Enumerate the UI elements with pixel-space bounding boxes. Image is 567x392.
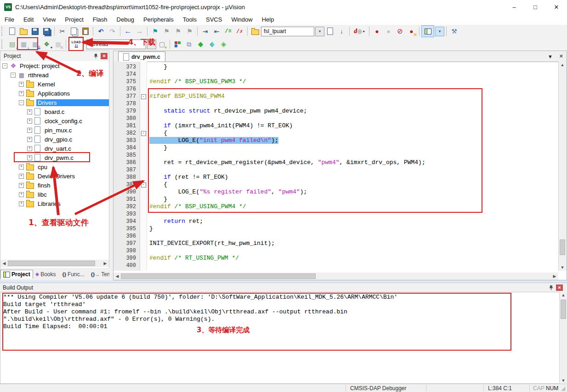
disable-all-breakpoints-icon[interactable]: ⊘ — [394, 26, 406, 37]
tree-item-project-project[interactable]: -❖Project: project — [0, 61, 109, 70]
paste-icon[interactable] — [79, 26, 91, 37]
insert-breakpoint-icon[interactable]: ● — [371, 26, 383, 37]
expand-icon[interactable]: + — [27, 155, 32, 160]
close-panel-icon[interactable]: ✕ — [101, 53, 108, 59]
fold-collapse-icon[interactable]: - — [141, 182, 146, 187]
download-button[interactable]: LOAD ⇊ — [69, 38, 84, 51]
code-line[interactable]: return ret; — [149, 218, 558, 225]
indent-left-icon[interactable]: ⇤ — [211, 26, 222, 37]
rebuild-all-icon[interactable]: ▦⇊ — [29, 39, 41, 50]
editor-horizontal-scrollbar[interactable]: ◀ ▶ — [113, 273, 558, 280]
translate-file-icon[interactable]: ▤↓ — [6, 39, 18, 50]
tree-item-drv-pwm-c[interactable]: +drv_pwm.c — [0, 153, 109, 162]
code-line[interactable] — [149, 166, 558, 174]
tab-list-dropdown-icon[interactable]: ▼ — [548, 54, 553, 59]
code-line[interactable]: if (ret != RT_EOK) — [149, 174, 558, 181]
tree-item-board-c[interactable]: +board.c — [0, 107, 109, 116]
code-line[interactable] — [149, 247, 558, 255]
new-file-icon[interactable] — [6, 26, 18, 37]
code-line[interactable]: LOG_E("%s register failed", "pwm4"); — [149, 188, 558, 196]
code-line[interactable]: static struct rt_device_pwm pwm4_device; — [149, 108, 558, 115]
books-window-icon[interactable]: ⧉ — [183, 39, 195, 50]
scroll-left-icon[interactable]: ◀ — [0, 260, 8, 267]
code-line[interactable]: #endif /* BSP_USING_PWM3 */ — [149, 78, 558, 85]
tree-item-drivers[interactable]: -Drivers — [0, 98, 109, 107]
project-tree[interactable]: -❖Project: project-▦rtthread+Kernel+Appl… — [0, 61, 109, 260]
tree-item-clock-config-c[interactable]: +clock_config.c — [0, 116, 109, 125]
redo-icon[interactable]: ↷ — [107, 26, 118, 37]
expand-icon[interactable]: + — [19, 82, 24, 87]
collapse-icon[interactable]: - — [19, 100, 24, 105]
expand-icon[interactable]: + — [19, 91, 24, 96]
code-line[interactable]: { — [149, 181, 558, 188]
code-line[interactable]: } — [149, 225, 558, 233]
code-line[interactable] — [149, 262, 558, 269]
pack-installer-icon[interactable]: ◈ — [218, 39, 229, 50]
manage-rte-icon[interactable]: ◆ — [195, 39, 206, 50]
maximize-button[interactable]: □ — [525, 0, 546, 14]
manage-project-items-icon[interactable] — [172, 39, 183, 50]
tree-item-drv-gpio-c[interactable]: +drv_gpio.c — [0, 135, 109, 144]
expand-icon[interactable]: + — [19, 192, 24, 197]
prev-bookmark-icon[interactable]: ⚑ — [161, 26, 172, 37]
scrollbar-thumb[interactable] — [8, 261, 95, 266]
undo-icon[interactable]: ↶ — [95, 26, 107, 37]
code-line[interactable] — [149, 233, 558, 240]
batch-build-icon[interactable]: ❖▾ — [41, 39, 52, 50]
menu-peripherals[interactable]: Peripherals — [139, 14, 178, 25]
code-line[interactable] — [149, 100, 558, 108]
menu-flash[interactable]: Flash — [88, 14, 112, 25]
menu-view[interactable]: View — [38, 14, 60, 25]
code-area[interactable]: 3733743753763773783793803813823833843853… — [113, 62, 558, 271]
expand-icon[interactable]: + — [19, 165, 24, 170]
toggle-bookmark-icon[interactable]: ⚑ — [149, 26, 161, 37]
search-combobox[interactable]: fsl_lpuart — [261, 27, 314, 36]
code-line[interactable]: } — [149, 144, 558, 152]
toolbar-grip[interactable] — [1, 40, 5, 49]
scroll-up-icon[interactable]: ▲ — [560, 292, 567, 298]
code-line[interactable] — [149, 210, 558, 218]
expand-icon[interactable]: + — [27, 109, 32, 114]
options-for-target-icon[interactable]: ▢✦ — [156, 39, 168, 50]
minimize-button[interactable]: – — [504, 0, 525, 14]
uncomment-selection-icon[interactable]: /✗ — [234, 26, 245, 37]
configure-tools-icon[interactable]: ⚒ — [448, 26, 460, 37]
expand-icon[interactable]: + — [27, 128, 32, 133]
code-line[interactable]: } — [149, 63, 558, 71]
expand-icon[interactable]: + — [19, 183, 24, 188]
editor-vertical-scrollbar[interactable]: ▲ ▼ — [558, 62, 567, 271]
comment-selection-icon[interactable]: /≡ — [222, 26, 234, 37]
close-document-icon[interactable]: ✕ — [559, 53, 563, 59]
toolbar-grip[interactable] — [1, 27, 5, 36]
code-line[interactable]: #endif /* BSP_USING_PWM4 */ — [149, 203, 558, 210]
tab-books[interactable]: ◈Books — [33, 270, 58, 278]
select-software-packs-icon[interactable]: ◆▽ — [206, 39, 218, 50]
find-in-files-icon[interactable] — [249, 26, 261, 37]
open-file-icon[interactable] — [18, 26, 29, 37]
code-line[interactable]: #endif /* RT_USING_PWM */ — [149, 255, 558, 262]
code-line[interactable]: } — [149, 196, 558, 203]
panel-splitter[interactable] — [109, 51, 113, 280]
code-line[interactable]: INIT_DEVICE_EXPORT(rt_hw_pwm_init); — [149, 240, 558, 247]
collapse-icon[interactable]: - — [2, 63, 7, 68]
enable-breakpoint-icon[interactable]: ● — [383, 26, 394, 37]
kill-all-breakpoints-icon[interactable]: ●✕ — [406, 26, 417, 37]
tree-item-applications[interactable]: +Applications — [0, 89, 109, 98]
pin-icon[interactable] — [92, 52, 99, 60]
window-list-button[interactable] — [421, 25, 434, 37]
tab-functions[interactable]: {}Func... — [60, 270, 87, 278]
stop-build-icon[interactable]: ▦✕ — [52, 39, 64, 50]
expand-icon[interactable]: + — [27, 146, 32, 151]
next-bookmark-icon[interactable]: ⚑ — [172, 26, 184, 37]
code-line[interactable] — [149, 152, 558, 159]
tree-item-libc[interactable]: +libc — [0, 190, 109, 199]
tree-item-devicedrivers[interactable]: +DeviceDrivers — [0, 171, 109, 181]
fold-collapse-icon[interactable]: - — [141, 94, 146, 99]
window-list-dropdown-icon[interactable]: ▾ — [435, 27, 444, 36]
expand-icon[interactable]: + — [27, 137, 32, 142]
code-line[interactable] — [149, 71, 558, 78]
scroll-left-icon[interactable]: ◀ — [113, 273, 121, 279]
menu-project[interactable]: Project — [60, 14, 88, 25]
code-line[interactable]: ret = rt_device_pwm_register(&pwm4_devic… — [149, 159, 558, 166]
build-output-content[interactable]: *** Using Compiler 'V5.06 update 6 (buil… — [0, 292, 560, 384]
